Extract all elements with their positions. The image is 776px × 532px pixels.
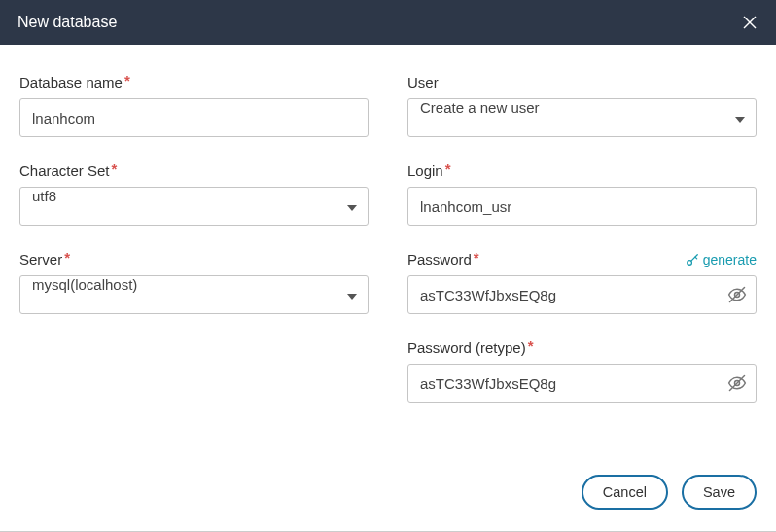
close-button[interactable] bbox=[741, 14, 758, 31]
label-text: Server bbox=[19, 251, 62, 267]
database-name-input[interactable] bbox=[19, 98, 369, 137]
required-marker: * bbox=[528, 337, 534, 354]
save-button[interactable]: Save bbox=[682, 475, 757, 510]
field-server: Server* mysql(localhost) bbox=[19, 251, 369, 314]
modal-body: Database name* Character Set* utf8 bbox=[0, 45, 776, 459]
password-input[interactable] bbox=[407, 275, 757, 314]
label-password-retype: Password (retype)* bbox=[407, 339, 534, 356]
key-icon bbox=[686, 253, 699, 266]
password-retype-input[interactable] bbox=[407, 364, 757, 403]
field-database-name: Database name* bbox=[19, 74, 369, 137]
label-text: User bbox=[407, 74, 439, 90]
label-database-name: Database name* bbox=[19, 74, 130, 90]
close-icon bbox=[742, 15, 758, 30]
generate-password-link[interactable]: generate bbox=[686, 252, 757, 267]
field-character-set: Character Set* utf8 bbox=[19, 162, 369, 226]
toggle-password-retype-visibility[interactable] bbox=[727, 373, 747, 393]
required-marker: * bbox=[112, 160, 118, 177]
required-marker: * bbox=[124, 72, 130, 89]
left-column: Database name* Character Set* utf8 bbox=[19, 74, 369, 449]
label-login: Login* bbox=[407, 162, 451, 179]
label-user: User bbox=[407, 74, 439, 90]
eye-hidden-icon bbox=[727, 285, 747, 304]
cancel-button[interactable]: Cancel bbox=[582, 475, 668, 510]
required-marker: * bbox=[64, 249, 70, 266]
modal-footer: Cancel Save bbox=[0, 459, 776, 531]
toggle-password-visibility[interactable] bbox=[727, 285, 747, 304]
modal-header: New database bbox=[0, 0, 776, 45]
label-text: Character Set bbox=[19, 162, 110, 179]
right-column: User Create a new user Login* bbox=[407, 74, 757, 449]
field-password: Password* generate bbox=[407, 251, 757, 314]
label-server: Server* bbox=[19, 251, 70, 267]
label-text: Password bbox=[407, 251, 472, 267]
generate-text: generate bbox=[703, 252, 757, 267]
label-text: Password (retype) bbox=[407, 339, 526, 356]
label-text: Database name bbox=[19, 74, 123, 90]
server-select[interactable]: mysql(localhost) bbox=[19, 275, 369, 314]
new-database-modal: New database Database name* bbox=[0, 0, 776, 532]
modal-title: New database bbox=[18, 14, 117, 31]
label-text: Login bbox=[407, 162, 443, 179]
user-select[interactable]: Create a new user bbox=[407, 98, 757, 137]
required-marker: * bbox=[474, 249, 479, 266]
field-user: User Create a new user bbox=[407, 74, 757, 137]
field-login: Login* bbox=[407, 162, 757, 226]
eye-hidden-icon bbox=[727, 373, 747, 393]
label-password: Password* bbox=[407, 251, 479, 267]
character-set-select[interactable]: utf8 bbox=[19, 187, 369, 226]
login-input[interactable] bbox=[407, 187, 757, 226]
field-password-retype: Password (retype)* bbox=[407, 339, 757, 403]
label-character-set: Character Set* bbox=[19, 162, 117, 179]
required-marker: * bbox=[445, 160, 451, 177]
